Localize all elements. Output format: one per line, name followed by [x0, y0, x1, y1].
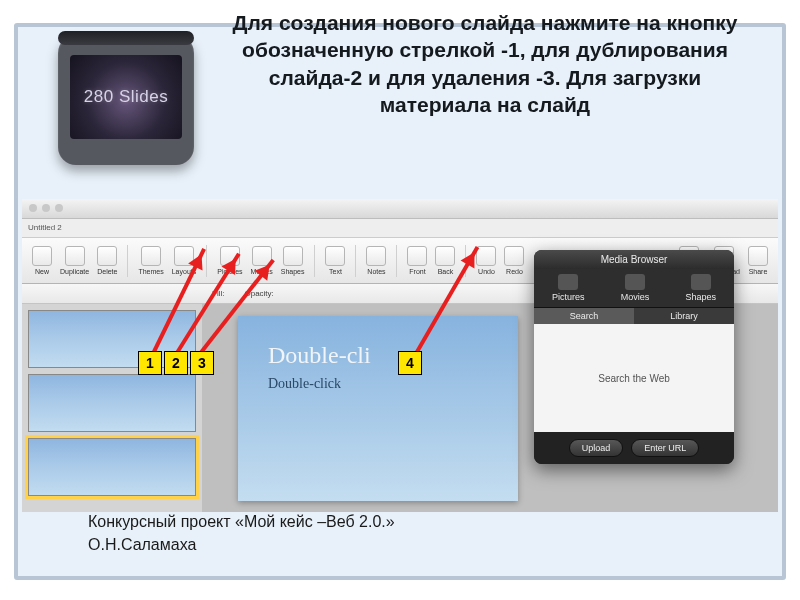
footer-line-2: О.Н.Саламаха	[88, 533, 395, 556]
footer-line-1: Конкурсный проект «Мой кейс –Веб 2.0.»	[88, 510, 395, 533]
footer-text: Конкурсный проект «Мой кейс –Веб 2.0.» О…	[88, 510, 395, 556]
marker-4: 4	[398, 351, 422, 375]
media-body[interactable]: Search the Web	[534, 324, 734, 432]
text-button[interactable]: Text	[325, 246, 345, 275]
notes-icon	[366, 246, 386, 266]
thumbnail-panel	[22, 304, 202, 512]
subtab-library[interactable]: Library	[634, 308, 734, 324]
enter-url-button[interactable]: Enter URL	[631, 439, 699, 457]
front-button[interactable]: Front	[407, 246, 427, 275]
media-browser[interactable]: Media Browser Pictures Movies Shapes Sea…	[534, 250, 734, 464]
browser-chrome	[22, 199, 778, 219]
shapes-icon	[283, 246, 303, 266]
redo-button[interactable]: Redo	[504, 246, 524, 275]
duplicate-icon	[65, 246, 85, 266]
front-icon	[407, 246, 427, 266]
media-subtabs: Search Library	[534, 308, 734, 324]
app-logo: 280 Slides	[58, 35, 194, 165]
delete-icon	[97, 246, 117, 266]
media-tab-movies[interactable]: Movies	[621, 274, 650, 302]
back-button[interactable]: Back	[435, 246, 455, 275]
slide-title-placeholder[interactable]: Double-cli	[268, 342, 371, 369]
media-browser-title: Media Browser	[534, 250, 734, 269]
logo-text: 280 Slides	[70, 55, 182, 139]
media-tab-pictures[interactable]: Pictures	[552, 274, 585, 302]
instruction-text: Для создания нового слайда нажмите на кн…	[218, 9, 752, 118]
tutorial-slide: 280 Slides Для создания нового слайда на…	[14, 23, 786, 580]
media-tab-shapes[interactable]: Shapes	[685, 274, 716, 302]
marker-2: 2	[164, 351, 188, 375]
shapes-button[interactable]: Shapes	[281, 246, 305, 275]
back-icon	[435, 246, 455, 266]
redo-icon	[504, 246, 524, 266]
share-button[interactable]: Share	[748, 246, 768, 275]
notes-button[interactable]: Notes	[366, 246, 386, 275]
new-icon	[32, 246, 52, 266]
document-tab[interactable]: Untitled 2	[22, 219, 778, 238]
duplicate-button[interactable]: Duplicate	[60, 246, 89, 275]
shapes-icon	[691, 274, 711, 290]
pictures-icon	[558, 274, 578, 290]
media-footer: Upload Enter URL	[534, 432, 734, 464]
media-tabs: Pictures Movies Shapes	[534, 269, 734, 308]
slide-subtitle-placeholder[interactable]: Double-click	[268, 376, 341, 392]
themes-icon	[141, 246, 161, 266]
movies-icon	[625, 274, 645, 290]
upload-button[interactable]: Upload	[569, 439, 624, 457]
delete-button[interactable]: Delete	[97, 246, 117, 275]
marker-3: 3	[190, 351, 214, 375]
themes-button[interactable]: Themes	[138, 246, 163, 275]
slide-thumb-3[interactable]	[28, 438, 196, 496]
marker-1: 1	[138, 351, 162, 375]
current-slide[interactable]: Double-cli Double-click	[238, 316, 518, 501]
new-button[interactable]: New	[32, 246, 52, 275]
slide-thumb-2[interactable]	[28, 374, 196, 432]
text-icon	[325, 246, 345, 266]
share-icon	[748, 246, 768, 266]
subtab-search[interactable]: Search	[534, 308, 634, 324]
